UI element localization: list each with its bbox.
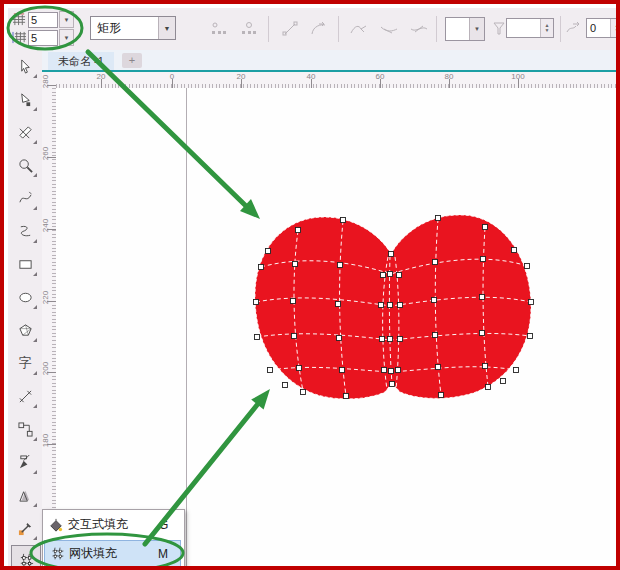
mesh-node[interactable] [293, 262, 298, 267]
mesh-node[interactable] [259, 265, 264, 270]
mesh-node[interactable] [433, 333, 438, 338]
mesh-node[interactable] [436, 216, 441, 221]
mesh-node[interactable] [389, 252, 394, 257]
mesh-node[interactable] [380, 337, 385, 342]
mesh-node[interactable] [296, 228, 301, 233]
menu-item-mesh-fill[interactable]: 网状填充 M [44, 540, 181, 567]
mesh-node[interactable] [483, 225, 488, 230]
eyedropper-tool[interactable] [11, 514, 39, 542]
mesh-node[interactable] [480, 331, 485, 336]
transparency-stepper[interactable]: ▲▼ [540, 19, 553, 37]
smoothness-stepper[interactable]: ▲▼ [610, 19, 620, 37]
mesh-columns-value[interactable]: 5 [28, 12, 58, 28]
mesh-node[interactable] [336, 302, 341, 307]
mesh-node[interactable] [292, 334, 297, 339]
mesh-node[interactable] [525, 264, 530, 269]
mesh-node[interactable] [291, 299, 296, 304]
convert-to-curve-button[interactable] [306, 17, 332, 41]
connector-tool[interactable] [11, 415, 39, 443]
zoom-tool[interactable] [11, 151, 39, 179]
mesh-fill-color-picker[interactable]: ▼ [445, 17, 485, 41]
mesh-node[interactable] [297, 366, 302, 371]
freehand-tool[interactable] [11, 184, 39, 212]
mesh-node[interactable] [398, 337, 403, 342]
mesh-node[interactable] [433, 260, 438, 265]
smooth-node-button[interactable] [376, 17, 402, 41]
mesh-node[interactable] [379, 303, 384, 308]
horizontal-ruler[interactable]: 20020406080100 [56, 72, 620, 89]
mesh-node[interactable] [396, 368, 401, 373]
symmetrical-node-button[interactable] [406, 17, 432, 41]
menu-item-label: 交互式填充 [68, 516, 159, 533]
cusp-node-button[interactable] [346, 17, 372, 41]
mesh-node[interactable] [436, 365, 441, 370]
mesh-node[interactable] [301, 390, 306, 395]
dimension-tool[interactable] [11, 382, 39, 410]
property-bar-separator [338, 16, 339, 42]
convert-to-line-button[interactable] [278, 17, 304, 41]
mesh-node[interactable] [514, 368, 519, 373]
mesh-node[interactable] [398, 303, 403, 308]
document-tab[interactable]: 未命名 -1 [48, 52, 114, 70]
mesh-fill-shape[interactable] [56, 88, 620, 570]
add-node-button[interactable] [206, 17, 232, 41]
crop-tool[interactable] [11, 118, 39, 146]
delete-node-button[interactable] [236, 17, 262, 41]
mesh-node[interactable] [389, 369, 394, 374]
polygon-tool[interactable] [11, 316, 39, 344]
vertical-ruler[interactable]: 280260240220200180 [42, 88, 57, 570]
mesh-fill-tool[interactable] [11, 545, 41, 570]
mesh-node[interactable] [528, 334, 533, 339]
ruler-label: 20 [237, 72, 246, 81]
mesh-node[interactable] [266, 249, 271, 254]
mesh-node[interactable] [268, 368, 273, 373]
mesh-node[interactable] [512, 248, 517, 253]
mesh-node[interactable] [341, 218, 346, 223]
mesh-node[interactable] [481, 257, 486, 262]
mesh-rows-value[interactable]: 5 [28, 30, 58, 46]
mesh-node[interactable] [432, 298, 437, 303]
mesh-node[interactable] [338, 263, 343, 268]
mesh-columns-control[interactable]: 5 ▼ [12, 11, 74, 28]
mesh-rows-control[interactable]: 5 ▼ [12, 29, 74, 46]
mesh-node[interactable] [382, 368, 387, 373]
mesh-rows-dropdown[interactable]: ▼ [59, 29, 74, 46]
mesh-node[interactable] [388, 337, 393, 342]
text-tool[interactable]: 字 [11, 349, 39, 377]
mesh-node[interactable] [381, 273, 386, 278]
rectangle-tool[interactable] [11, 250, 39, 278]
new-tab-button[interactable]: + [122, 53, 142, 68]
mesh-node[interactable] [390, 382, 395, 387]
mesh-node[interactable] [501, 379, 506, 384]
mesh-node[interactable] [255, 335, 260, 340]
ruler-label: 60 [376, 72, 385, 81]
mesh-rows-icon [12, 31, 27, 44]
shape-tool[interactable] [11, 85, 39, 113]
smart-drawing-tool[interactable] [11, 217, 39, 245]
ruler-label: 260 [41, 147, 50, 160]
menu-item-interactive-fill[interactable]: 交互式填充 G [44, 511, 181, 538]
ellipse-tool[interactable] [11, 283, 39, 311]
mesh-node[interactable] [397, 273, 402, 278]
mesh-node[interactable] [388, 272, 393, 277]
mesh-node[interactable] [344, 394, 349, 399]
transparency-field[interactable]: ▲▼ [506, 18, 554, 38]
mesh-node[interactable] [480, 295, 485, 300]
pick-tool[interactable] [11, 52, 39, 80]
outline-pen-tool[interactable] [11, 448, 39, 476]
mesh-node[interactable] [529, 300, 534, 305]
selection-mode-combobox[interactable]: 矩形 ▼ [90, 16, 176, 40]
selection-mode-dropdown-icon[interactable]: ▼ [158, 17, 175, 39]
fill-color-dropdown-icon[interactable]: ▼ [469, 18, 484, 40]
mesh-columns-dropdown[interactable]: ▼ [59, 11, 74, 28]
mesh-node[interactable] [486, 385, 491, 390]
mesh-node[interactable] [388, 303, 393, 308]
mesh-node[interactable] [254, 300, 259, 305]
mesh-node[interactable] [337, 336, 342, 341]
mesh-node[interactable] [340, 368, 345, 373]
smoothness-field[interactable]: 0 ▲▼ [586, 18, 620, 38]
mesh-node[interactable] [283, 383, 288, 388]
drop-shadow-tool[interactable] [11, 481, 39, 509]
mesh-node[interactable] [439, 393, 444, 398]
mesh-node[interactable] [483, 364, 488, 369]
